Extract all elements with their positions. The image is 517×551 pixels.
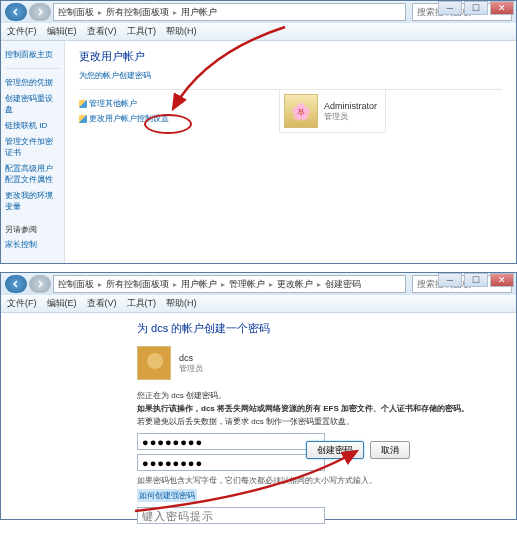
sidebar-item-env-vars[interactable]: 更改我的环境变量 xyxy=(5,190,60,212)
avatar xyxy=(137,346,171,380)
breadcrumb[interactable]: 控制面板▸ 所有控制面板项▸ 用户帐户 xyxy=(53,3,406,21)
account-tile[interactable]: 🌸 Administrator 管理员 xyxy=(279,89,386,133)
maximize-button[interactable]: ☐ xyxy=(464,1,488,15)
info-text: 您正在为 dcs 创建密码。 xyxy=(137,390,516,401)
window-create-password: 控制面板▸ 所有控制面板项▸ 用户帐户▸ 管理帐户▸ 更改帐户▸ 创建密码 ─ … xyxy=(0,272,517,520)
warning-text: 如果执行该操作，dcs 将丢失网站或网络资源的所有 EFS 加密文件、个人证书和… xyxy=(137,403,516,414)
content-pane: 更改用户帐户 为您的帐户创建密码 管理其他帐户 更改用户帐户控制设置 🌸 Adm… xyxy=(65,41,516,263)
minimize-button[interactable]: ─ xyxy=(438,1,462,15)
crumb[interactable]: 更改帐户 xyxy=(277,278,313,291)
menu-view[interactable]: 查看(V) xyxy=(87,25,117,38)
crumb[interactable]: 所有控制面板项 xyxy=(106,6,169,19)
hint-text: 如果密码包含大写字母，它们每次都必须以相同的大小写方式输入。 xyxy=(137,475,516,486)
menu-file[interactable]: 文件(F) xyxy=(7,25,37,38)
sidebar-footer-label: 另请参阅 xyxy=(5,224,37,235)
minimize-button[interactable]: ─ xyxy=(438,273,462,287)
account-role: 管理员 xyxy=(324,111,377,122)
sidebar-item-parental[interactable]: 家长控制 xyxy=(5,239,37,250)
chevron-right-icon: ▸ xyxy=(98,8,102,17)
menu-file[interactable]: 文件(F) xyxy=(7,297,37,310)
avatar: 🌸 xyxy=(284,94,318,128)
sidebar-item-encryption[interactable]: 管理文件加密证书 xyxy=(5,136,60,158)
password-input[interactable] xyxy=(137,433,325,450)
cancel-button[interactable]: 取消 xyxy=(370,441,410,459)
create-password-button[interactable]: 创建密码 xyxy=(306,441,364,459)
shield-icon xyxy=(79,100,87,108)
crumb[interactable]: 用户帐户 xyxy=(181,6,217,19)
account-role: 管理员 xyxy=(179,363,203,374)
sidebar-item-online-id[interactable]: 链接联机 ID xyxy=(5,120,60,131)
crumb[interactable]: 创建密码 xyxy=(325,278,361,291)
sidebar-item-home[interactable]: 控制面板主页 xyxy=(5,49,60,60)
sidebar-item-credentials[interactable]: 管理您的凭据 xyxy=(5,77,60,88)
titlebar: 控制面板▸ 所有控制面板项▸ 用户帐户 ─ ☐ ✕ xyxy=(1,1,516,23)
menu-view[interactable]: 查看(V) xyxy=(87,297,117,310)
content-pane: 为 dcs 的帐户创建一个密码 dcs 管理员 您正在为 dcs 创建密码。 如… xyxy=(1,313,516,528)
menu-edit[interactable]: 编辑(E) xyxy=(47,297,77,310)
crumb[interactable]: 控制面板 xyxy=(58,6,94,19)
sidebar-item-profiles[interactable]: 配置高级用户配置文件属性 xyxy=(5,163,60,185)
crumb[interactable]: 管理帐户 xyxy=(229,278,265,291)
titlebar: 控制面板▸ 所有控制面板项▸ 用户帐户▸ 管理帐户▸ 更改帐户▸ 创建密码 ─ … xyxy=(1,273,516,295)
crumb[interactable]: 所有控制面板项 xyxy=(106,278,169,291)
shield-icon xyxy=(79,115,87,123)
info-text: 若要避免以后丢失数据，请要求 dcs 制作一张密码重置软盘。 xyxy=(137,416,516,427)
menu-help[interactable]: 帮助(H) xyxy=(166,297,197,310)
page-title: 为 dcs 的帐户创建一个密码 xyxy=(137,321,516,336)
breadcrumb[interactable]: 控制面板▸ 所有控制面板项▸ 用户帐户▸ 管理帐户▸ 更改帐户▸ 创建密码 xyxy=(53,275,406,293)
maximize-button[interactable]: ☐ xyxy=(464,273,488,287)
menu-tools[interactable]: 工具(T) xyxy=(127,297,157,310)
close-button[interactable]: ✕ xyxy=(490,1,514,15)
nav-forward-button[interactable] xyxy=(29,3,51,21)
account-name: Administrator xyxy=(324,101,377,111)
password-confirm-input[interactable] xyxy=(137,454,325,471)
menubar: 文件(F) 编辑(E) 查看(V) 工具(T) 帮助(H) xyxy=(1,295,516,313)
window-user-accounts: 控制面板▸ 所有控制面板项▸ 用户帐户 ─ ☐ ✕ 文件(F) 编辑(E) 查看… xyxy=(0,0,517,264)
nav-forward-button[interactable] xyxy=(29,275,51,293)
link-strong-password[interactable]: 如何创建强密码 xyxy=(137,489,197,502)
account-name: dcs xyxy=(179,353,203,363)
nav-back-button[interactable] xyxy=(5,275,27,293)
sidebar: 控制面板主页 管理您的凭据 创建密码重设盘 链接联机 ID 管理文件加密证书 配… xyxy=(1,41,65,263)
chevron-right-icon: ▸ xyxy=(173,8,177,17)
page-title: 更改用户帐户 xyxy=(79,49,502,64)
password-hint-input[interactable] xyxy=(137,507,325,524)
menu-help[interactable]: 帮助(H) xyxy=(166,25,197,38)
link-create-password[interactable]: 为您的帐户创建密码 xyxy=(79,70,502,81)
menu-edit[interactable]: 编辑(E) xyxy=(47,25,77,38)
nav-back-button[interactable] xyxy=(5,3,27,21)
menubar: 文件(F) 编辑(E) 查看(V) 工具(T) 帮助(H) xyxy=(1,23,516,41)
crumb[interactable]: 控制面板 xyxy=(58,278,94,291)
sidebar-item-reset-disk[interactable]: 创建密码重设盘 xyxy=(5,93,60,115)
menu-tools[interactable]: 工具(T) xyxy=(127,25,157,38)
crumb[interactable]: 用户帐户 xyxy=(181,278,217,291)
close-button[interactable]: ✕ xyxy=(490,273,514,287)
